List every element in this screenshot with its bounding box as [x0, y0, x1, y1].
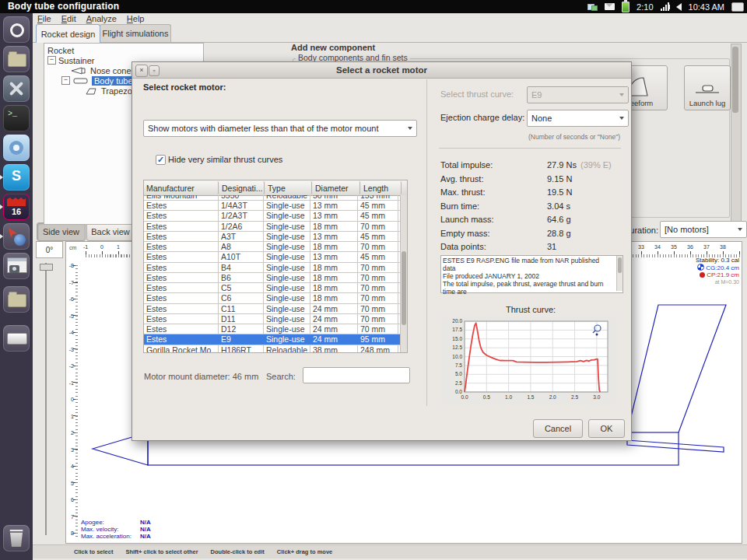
- table-row[interactable]: EstesC5Single-use18 mm70 mm: [144, 283, 401, 293]
- search-input[interactable]: [303, 367, 410, 383]
- diameter-filter-dropdown[interactable]: Show motors with diameter less than that…: [143, 120, 417, 137]
- motor-table-rows[interactable]: Ellis Mountain5550Reloadable50 mm153 mmE…: [144, 195, 401, 352]
- scrollbar-thumb[interactable]: [618, 257, 622, 273]
- table-row[interactable]: EstesA10TSingle-use13 mm45 mm: [144, 252, 401, 262]
- hide-similar-checkbox[interactable]: ✓: [156, 155, 166, 165]
- flight-stats: Apogee:N/AMax. velocity:N/AMax. accelera…: [81, 519, 151, 540]
- table-row[interactable]: Estes1/4A3TSingle-use13 mm45 mm: [144, 201, 401, 211]
- running-indicator: [0, 175, 3, 180]
- table-row[interactable]: EstesD12Single-use24 mm70 mm: [144, 324, 401, 334]
- rotation-slider[interactable]: [45, 263, 47, 535]
- ruler-unit: cm: [69, 245, 76, 250]
- thrust-curve-chart[interactable]: 0.02.55.07.510.012.515.017.520.00.00.51.…: [441, 317, 615, 404]
- close-icon[interactable]: ×: [135, 65, 148, 77]
- table-row[interactable]: EstesA8Single-use18 mm70 mm: [144, 242, 401, 252]
- clock[interactable]: 10:43 AM: [689, 2, 724, 12]
- skype-icon[interactable]: S: [3, 164, 30, 191]
- ok-button[interactable]: OK: [588, 419, 625, 438]
- menu-edit[interactable]: Edit: [61, 14, 76, 23]
- rotation-slider-handle[interactable]: [40, 264, 53, 271]
- rotation-spinner[interactable]: 0°: [36, 241, 63, 258]
- status-bar: Click to selectShift+ click to select ot…: [33, 544, 747, 558]
- desktop: { "topbar": {"title": "Body tube configu…: [0, 0, 747, 560]
- menu-file[interactable]: File: [37, 14, 51, 23]
- menu-analyze[interactable]: Analyze: [86, 14, 117, 23]
- cancel-button[interactable]: Cancel: [533, 419, 583, 438]
- menu-help[interactable]: Help: [127, 14, 145, 23]
- ejection-note: (Number of seconds or "None"): [440, 133, 620, 141]
- system-settings-icon[interactable]: [3, 75, 30, 102]
- status-hint: Shift+ click to select other: [125, 548, 198, 555]
- table-row[interactable]: EstesD11Single-use24 mm70 mm: [144, 314, 401, 324]
- trash-icon[interactable]: [3, 525, 30, 551]
- top-panel: Body tube configuration 2:10 10:43 AM: [0, 0, 747, 13]
- description-scrollbar[interactable]: [616, 256, 622, 291]
- motor-table-header[interactable]: ManufacturerDesignati...TypeDiameterLeng…: [144, 180, 407, 196]
- table-row[interactable]: EstesE9Single-use24 mm95 mm: [144, 334, 401, 345]
- battery-icon[interactable]: [622, 2, 630, 12]
- rocket-app-icon[interactable]: [3, 223, 30, 250]
- screenshot-icon[interactable]: [3, 253, 30, 279]
- table-row[interactable]: Estes1/2A6Single-use18 mm70 mm: [144, 222, 401, 232]
- window-title: Body tube configuration: [8, 1, 119, 12]
- svg-text:17.5: 17.5: [452, 327, 462, 332]
- vertical-scrollbar[interactable]: [731, 44, 742, 236]
- network-icon[interactable]: [587, 2, 598, 11]
- scrollbar-thumb[interactable]: [402, 251, 406, 325]
- table-scrollbar[interactable]: [400, 195, 407, 352]
- mail-icon[interactable]: [605, 3, 615, 10]
- launch-lug-button[interactable]: Launch lug: [684, 65, 731, 110]
- select-motor-label: Select rocket motor:: [143, 82, 226, 92]
- fin-icon: [85, 87, 99, 95]
- status-hint: Click+ drag to move: [277, 548, 332, 555]
- cp-icon: [700, 272, 705, 278]
- chromium-icon[interactable]: [3, 135, 30, 161]
- chevron-down-icon: [619, 93, 624, 96]
- side-view-button[interactable]: Side view: [37, 222, 86, 241]
- table-row[interactable]: EstesC6Single-use18 mm70 mm: [144, 293, 401, 303]
- expander-icon[interactable]: −: [47, 56, 56, 65]
- tab-rocket-design[interactable]: Rocket design: [36, 24, 100, 43]
- svg-text:12.5: 12.5: [452, 345, 462, 350]
- motor-table[interactable]: ManufacturerDesignati...TypeDiameterLeng…: [143, 180, 408, 353]
- table-row[interactable]: EstesA3TSingle-use13 mm45 mm: [144, 232, 401, 242]
- files-icon[interactable]: [3, 46, 30, 72]
- disk-icon[interactable]: [3, 325, 30, 352]
- vertical-ruler: -8-7-6-5-4-3-2-1012345678: [68, 265, 78, 539]
- tree-item-body-tube[interactable]: − Body tube: [61, 75, 135, 86]
- divider: [439, 148, 621, 149]
- thrust-curve-title: Thrust curve:: [440, 305, 621, 314]
- maximize-icon[interactable]: ▫: [149, 65, 160, 76]
- table-row[interactable]: EstesB4Single-use18 mm70 mm: [144, 263, 401, 273]
- app-16-icon[interactable]: 16: [3, 194, 30, 220]
- svg-text:0.0: 0.0: [455, 389, 462, 394]
- search-label: Search:: [266, 372, 296, 381]
- terminal-icon[interactable]: >_: [3, 105, 30, 131]
- tab-flight-simulations[interactable]: Flight simulations: [100, 24, 171, 42]
- chevron-down-icon: [408, 127, 412, 130]
- folder-icon[interactable]: [3, 286, 30, 313]
- flight-config-dropdown[interactable]: [No motors]: [660, 221, 747, 238]
- expander-icon[interactable]: −: [61, 76, 70, 85]
- table-row[interactable]: Ellis Mountain5550Reloadable50 mm153 mm: [144, 195, 401, 201]
- chevron-down-icon: [738, 228, 742, 231]
- scrollbar-thumb[interactable]: [732, 47, 738, 113]
- ejection-delay-dropdown[interactable]: None: [527, 110, 629, 127]
- session-icon[interactable]: [731, 2, 744, 12]
- tree-item-rocket[interactable]: Rocket: [47, 45, 74, 55]
- dash-home-icon[interactable]: [3, 16, 30, 43]
- dialog-titlebar[interactable]: Select a rocket motor × ▫: [132, 62, 631, 79]
- tree-item-nose-cone[interactable]: Nose cone: [71, 65, 132, 75]
- table-row[interactable]: Estes1/2A3TSingle-use13 mm45 mm: [144, 211, 401, 221]
- motor-description-box[interactable]: ESTES E9 RASP.ENG file made from NAR pub…: [440, 255, 623, 293]
- volume-icon[interactable]: [676, 3, 682, 11]
- table-row[interactable]: EstesB6Single-use18 mm70 mm: [144, 273, 401, 283]
- tree-item-sustainer[interactable]: −Sustainer: [47, 55, 94, 65]
- select-motor-dialog: Select a rocket motor × ▫ Select rocket …: [132, 61, 632, 441]
- table-row[interactable]: EstesC11Single-use24 mm70 mm: [144, 304, 401, 314]
- status-hint: Double-click to edit: [211, 548, 265, 555]
- back-view-button[interactable]: Back view: [86, 222, 135, 241]
- stability-readout: Stability: 0.3 cal CG:20.4 cm CP:21.9 cm…: [696, 257, 739, 285]
- add-component-title: Add new component: [291, 43, 375, 52]
- table-row[interactable]: Gorilla Rocket Mo...H186RTReloadable38 m…: [144, 345, 401, 353]
